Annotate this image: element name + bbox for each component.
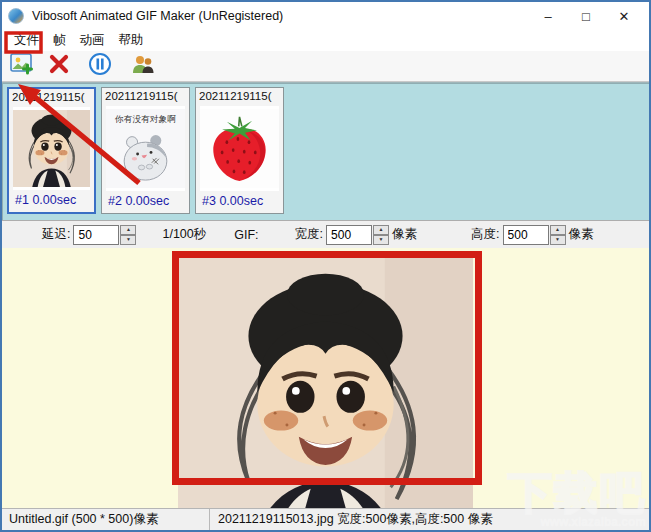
delete-frame-button[interactable]	[45, 53, 73, 79]
window-title: Vibosoft Animated GIF Maker (UnRegistere…	[32, 9, 283, 23]
width-spinner[interactable]: ▲ ▼	[373, 225, 389, 245]
app-icon	[8, 8, 24, 24]
spinner-down-icon[interactable]: ▼	[550, 235, 566, 245]
menu-item-file[interactable]: 文件	[7, 30, 46, 51]
spinner-up-icon[interactable]: ▲	[550, 225, 566, 235]
frame-filename: 20211219115(	[9, 89, 94, 106]
toolbar	[2, 51, 649, 82]
status-gif-info: Untitled.gif (500 * 500)像素	[2, 509, 210, 530]
frame-card-1[interactable]: 20211219115( #1 0.00sec	[7, 87, 96, 214]
delay-label: 延迟:	[42, 226, 70, 243]
menu-bar: 文件 帧 动画 帮助	[2, 30, 649, 51]
frame-card-2[interactable]: 20211219115( 你有没有对象啊	[101, 87, 190, 214]
menu-item-help[interactable]: 帮助	[112, 30, 151, 51]
settings-bar: 延迟: ▲ ▼ 1/100秒 GIF: 宽度: ▲ ▼ 像素 高度: ▲ ▼ 像…	[2, 220, 649, 248]
frame-thumbnail-strawberry	[200, 106, 279, 191]
about-button[interactable]	[129, 53, 157, 79]
spinner-up-icon[interactable]: ▲	[120, 225, 136, 235]
menu-item-frame[interactable]: 帧	[46, 30, 73, 51]
preview-image-girl	[178, 256, 473, 508]
frame-meta: #3 0.00sec	[196, 192, 283, 213]
width-label: 宽度:	[295, 226, 323, 243]
status-frame-info: 20211219115013.jpg 宽度:500像素,高度:500 像素	[210, 509, 649, 530]
frame-list: 20211219115( #1 0.00sec 20211219115( 你有没…	[2, 82, 649, 220]
spinner-down-icon[interactable]: ▼	[120, 235, 136, 245]
gif-label: GIF:	[234, 228, 258, 242]
height-unit-label: 像素	[569, 226, 594, 243]
frame-thumbnail-hamster: 你有没有对象啊	[106, 106, 185, 191]
maximize-button[interactable]: □	[567, 4, 605, 28]
people-icon	[130, 53, 156, 79]
delay-spinner[interactable]: ▲ ▼	[120, 225, 136, 245]
window-controls: – □ ✕	[529, 4, 643, 28]
menu-item-animation[interactable]: 动画	[73, 30, 112, 51]
width-unit-label: 像素	[392, 226, 417, 243]
frame-meta: #1 0.00sec	[9, 191, 94, 212]
frame-card-3[interactable]: 20211219115(	[195, 87, 284, 214]
delete-x-icon	[48, 53, 70, 79]
width-input[interactable]	[326, 225, 372, 245]
status-bar: Untitled.gif (500 * 500)像素 2021121911501…	[2, 508, 649, 530]
height-spinner[interactable]: ▲ ▼	[550, 225, 566, 245]
close-button[interactable]: ✕	[605, 4, 643, 28]
height-input[interactable]	[503, 225, 549, 245]
delay-input[interactable]	[73, 225, 119, 245]
delay-unit-label: 1/100秒	[162, 226, 206, 243]
height-label: 高度:	[471, 226, 499, 243]
frame-thumbnail-girl	[13, 107, 90, 190]
minimize-button[interactable]: –	[529, 4, 567, 28]
add-image-button[interactable]	[8, 53, 36, 79]
spinner-up-icon[interactable]: ▲	[373, 225, 389, 235]
pause-icon	[88, 52, 112, 80]
frame-meta: #2 0.00sec	[102, 192, 189, 213]
frame-filename: 20211219115(	[196, 88, 283, 105]
spinner-down-icon[interactable]: ▼	[373, 235, 389, 245]
hamster-caption-text: 你有没有对象啊	[114, 114, 176, 124]
title-bar: Vibosoft Animated GIF Maker (UnRegistere…	[2, 2, 649, 30]
add-image-icon	[10, 53, 34, 79]
preview-area	[2, 248, 649, 508]
frame-filename: 20211219115(	[102, 88, 189, 105]
pause-button[interactable]	[86, 53, 114, 79]
app-window: Vibosoft Animated GIF Maker (UnRegistere…	[0, 0, 651, 532]
